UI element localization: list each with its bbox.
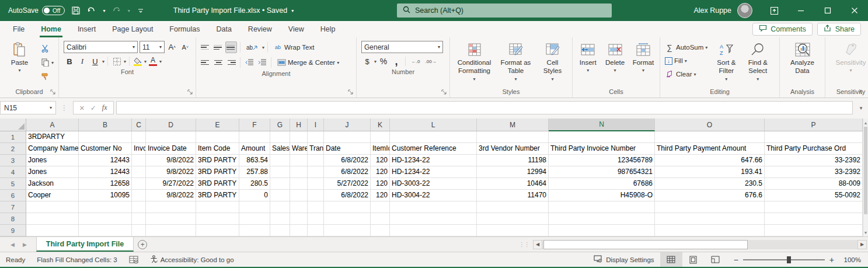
cell-I9[interactable]: [308, 225, 324, 236]
horizontal-scroll-thumb[interactable]: [543, 240, 748, 249]
page-break-preview-button[interactable]: [705, 252, 727, 267]
cell-L4[interactable]: HD-1234-22: [390, 166, 477, 178]
cell-O6[interactable]: 676.6: [655, 190, 765, 201]
insert-cells-dropdown-icon[interactable]: ▾: [587, 68, 589, 74]
cell-F4[interactable]: 257.88: [239, 166, 270, 178]
cell-B8[interactable]: [79, 213, 132, 225]
cell-N3[interactable]: 123456789: [549, 155, 655, 166]
cell-G6[interactable]: [270, 190, 290, 201]
cell-A5[interactable]: Jackson: [26, 178, 79, 190]
cell-H7[interactable]: [290, 201, 308, 213]
cell-J2[interactable]: Date: [324, 143, 371, 155]
cell-G1[interactable]: [270, 131, 290, 143]
increase-font-size-button[interactable]: A˄: [166, 41, 177, 53]
align-center-button[interactable]: [212, 57, 224, 68]
cell-O8[interactable]: [655, 213, 765, 225]
cell-L7[interactable]: [390, 201, 477, 213]
cell-B6[interactable]: 10095: [79, 190, 132, 201]
cell-C8[interactable]: [132, 213, 146, 225]
horizontal-scrollbar[interactable]: [542, 240, 857, 249]
cell-P4[interactable]: 33-2392: [765, 166, 863, 178]
cell-A9[interactable]: [26, 225, 79, 236]
paste-button[interactable]: Paste ▾: [2, 40, 37, 75]
format-painter-button[interactable]: [38, 70, 56, 83]
column-header-B[interactable]: B: [79, 119, 132, 131]
cell-H6[interactable]: [290, 190, 308, 201]
formula-bar-splitter[interactable]: ⋮: [58, 104, 71, 112]
cell-J4[interactable]: 6/8/2022: [324, 166, 371, 178]
wrap-text-button[interactable]: ab Wrap Text: [271, 41, 316, 54]
delete-cells-dropdown-icon[interactable]: ▾: [614, 68, 616, 74]
column-header-C[interactable]: C: [132, 119, 146, 131]
share-button[interactable]: Share: [817, 23, 861, 36]
cell-O3[interactable]: 647.66: [655, 155, 765, 166]
cell-G3[interactable]: [270, 155, 290, 166]
undo-dropdown-icon[interactable]: ▾: [103, 8, 106, 13]
cell-H2[interactable]: Ware: [290, 143, 308, 155]
zoom-out-button[interactable]: −: [734, 255, 738, 264]
cell-L5[interactable]: HD-3003-22: [390, 178, 477, 190]
cell-O2[interactable]: Third Party Payment Amount: [655, 143, 765, 155]
merge-center-button[interactable]: Merge & Center ▾: [274, 56, 341, 69]
cell-L8[interactable]: [390, 213, 477, 225]
vertical-scroll-thumb[interactable]: [864, 127, 867, 214]
row-header-4[interactable]: 4: [0, 166, 26, 178]
cell-P3[interactable]: 33-2392: [765, 155, 863, 166]
insert-cells-button[interactable]: Insert ▾: [575, 40, 601, 75]
cell-E5[interactable]: 3RD PARTY: [196, 178, 239, 190]
autosum-button[interactable]: ∑ AutoSum ▾: [663, 41, 710, 54]
cell-K2[interactable]: ItemId: [371, 143, 390, 155]
cell-D2[interactable]: Invoice Date: [146, 143, 196, 155]
cell-M9[interactable]: [477, 225, 549, 236]
cell-B7[interactable]: [79, 201, 132, 213]
font-color-dropdown-icon[interactable]: ▾: [159, 59, 162, 64]
cell-N8[interactable]: [549, 213, 655, 225]
cell-N1[interactable]: [549, 131, 655, 143]
cell-H8[interactable]: [290, 213, 308, 225]
tab-formulas[interactable]: Formulas: [161, 21, 208, 37]
merge-center-dropdown-icon[interactable]: ▾: [337, 60, 339, 65]
cell-M8[interactable]: [477, 213, 549, 225]
number-dialog-launcher-icon[interactable]: [441, 89, 448, 96]
cell-G2[interactable]: Sales: [270, 143, 290, 155]
cell-A2[interactable]: Company Name: [26, 143, 79, 155]
cell-styles-dropdown-icon[interactable]: ▾: [551, 76, 553, 82]
increase-indent-button[interactable]: [256, 57, 268, 68]
fill-color-dropdown-icon[interactable]: ▾: [144, 59, 147, 64]
cell-C6[interactable]: [132, 190, 146, 201]
cell-C2[interactable]: Invc: [132, 143, 146, 155]
cell-E4[interactable]: 3RD PARTY: [196, 166, 239, 178]
tab-insert[interactable]: Insert: [69, 21, 104, 37]
cell-O4[interactable]: 193.41: [655, 166, 765, 178]
cell-E8[interactable]: [196, 213, 239, 225]
cell-I2[interactable]: Tran: [308, 143, 324, 155]
align-top-button[interactable]: [200, 41, 211, 53]
cell-N6[interactable]: H45908-O: [549, 190, 655, 201]
percent-button[interactable]: %: [378, 55, 389, 67]
cell-B2[interactable]: Customer No: [79, 143, 132, 155]
cell-B5[interactable]: 12658: [79, 178, 132, 190]
borders-dropdown-icon[interactable]: ▾: [124, 59, 126, 64]
vertical-scrollbar[interactable]: ▲ ▼: [863, 119, 868, 236]
cell-A1[interactable]: 3RDPARTY: [26, 131, 79, 143]
cell-J9[interactable]: [324, 225, 371, 236]
cell-J6[interactable]: 6/8/2022: [324, 190, 371, 201]
underline-button[interactable]: U: [89, 55, 101, 67]
cell-K3[interactable]: 120: [371, 155, 390, 166]
currency-dropdown-icon[interactable]: ▾: [374, 59, 377, 64]
minimize-button[interactable]: [787, 0, 814, 21]
cell-M2[interactable]: 3rd Vendor Number: [477, 143, 549, 155]
tab-home[interactable]: Home: [33, 21, 69, 37]
cell-D8[interactable]: [146, 213, 196, 225]
cell-C7[interactable]: [132, 201, 146, 213]
cell-K1[interactable]: [371, 131, 390, 143]
cell-H1[interactable]: [290, 131, 308, 143]
cell-M1[interactable]: [477, 131, 549, 143]
cell-P1[interactable]: [765, 131, 863, 143]
sheet-nav-right-icon[interactable]: ▶: [23, 242, 27, 248]
tab-data[interactable]: Data: [208, 21, 239, 37]
font-color-button[interactable]: A: [148, 57, 158, 66]
page-layout-view-button[interactable]: [682, 252, 705, 267]
cell-D7[interactable]: [146, 201, 196, 213]
cell-P7[interactable]: [765, 201, 863, 213]
